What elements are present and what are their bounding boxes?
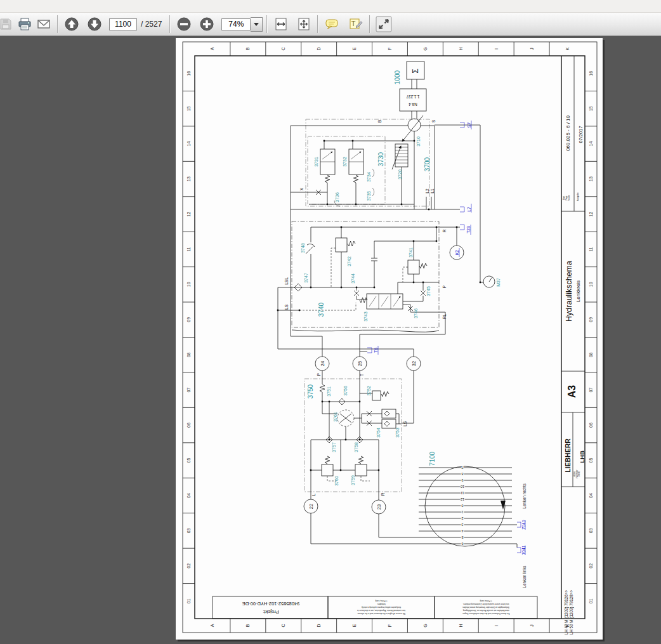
ref-7041[interactable]: 7041 [521, 545, 526, 555]
fit-page-button[interactable] [294, 15, 313, 34]
junction-dot [359, 401, 361, 403]
junction-dot [401, 204, 403, 206]
zoom-out-button[interactable] [174, 15, 193, 34]
ref-t23[interactable]: T23 [466, 226, 471, 233]
label-3753: 3753 [395, 428, 400, 438]
issue-date: 07/2017 [578, 126, 584, 143]
ruler-number: 08 [589, 352, 593, 357]
title-block: 060.025 - 6 / 10 07/2017 Blatt Page Feui… [561, 56, 586, 634]
ruler-letter: H [459, 624, 463, 627]
comment-button[interactable] [322, 15, 341, 34]
ruler-letter: C [281, 624, 285, 627]
copyright-en-line: We reserve all rights in this document a… [357, 612, 405, 615]
ruler-number: 03 [589, 528, 593, 533]
junction-dot [310, 287, 312, 289]
junction-dot [355, 204, 357, 206]
ruler-number: 01 [589, 598, 593, 603]
label-3758: 3758 [354, 442, 358, 452]
print-button[interactable] [15, 15, 34, 34]
label-3732: 3732 [343, 157, 347, 167]
ruler-number: 14 [589, 141, 593, 147]
ruler-letter: F [388, 624, 392, 627]
ref-t6[interactable]: T6 [374, 348, 378, 353]
wire-number: 8 [461, 472, 463, 476]
ruler-letter: A [210, 624, 214, 627]
copyright-de-line: © Firma, Lang [480, 600, 492, 602]
ruler-letter: J [530, 48, 534, 50]
junction-dot [480, 282, 481, 284]
port-pl: PL [442, 314, 447, 319]
ruler-letter: C [281, 47, 285, 50]
copyright-de-line: Bekanntgabe an Dritte oder Verwertung se… [462, 606, 509, 608]
wire-number: 7 [461, 466, 463, 470]
paper-format: A3 [566, 385, 577, 398]
junction-dot [322, 401, 324, 403]
wire-number: 6 [461, 542, 463, 546]
toolbar: / 2527 T [0, 13, 661, 36]
zoom-level-combo [221, 17, 263, 32]
zoom-out-icon [176, 16, 192, 32]
email-button[interactable] [34, 15, 53, 34]
page-number-input[interactable] [109, 18, 137, 30]
label-3731: 3731 [314, 157, 318, 167]
copyright-de-line: stand behalten wir uns alle Rechte vor. … [462, 609, 509, 612]
label-3754: 3754 [376, 428, 381, 438]
label-3736: 3736 [335, 192, 339, 202]
connector-22: 22 [308, 504, 314, 509]
label-3710: 3710 [416, 136, 421, 147]
port-l1: L1 [430, 188, 435, 194]
junction-dot [378, 470, 380, 471]
factory-label-fr: USINE [578, 471, 580, 477]
issue-label: Ausgabe [577, 192, 579, 200]
zoom-level-input[interactable] [221, 18, 251, 30]
label-3759: 3759 [351, 475, 355, 485]
ruler-letter: K [565, 47, 570, 50]
toolbar-separator [57, 15, 58, 33]
ref-k2[interactable]: K2 [455, 250, 459, 256]
zoom-dropdown-button[interactable] [251, 17, 263, 32]
device-code: 1.1.237 [406, 95, 420, 99]
ruler-number: 04 [187, 493, 191, 498]
ruler-letter: D [317, 47, 321, 50]
wire-number: 1 [461, 510, 463, 514]
ruler-number: 12 [187, 211, 191, 216]
ruler-number: 02 [589, 563, 593, 568]
ruler-letter: E [352, 47, 357, 50]
toolbar-separator [369, 15, 370, 33]
ruler-number: 02 [187, 563, 191, 568]
ref-s7[interactable]: S7 [467, 122, 471, 128]
port-lsl: LSL [284, 277, 289, 285]
label-3730: 3730 [377, 152, 384, 166]
zoom-in-button[interactable] [197, 15, 216, 34]
ref-7040[interactable]: 7040 [521, 520, 526, 529]
fit-width-icon [273, 16, 289, 32]
ruler-number: 04 [589, 493, 593, 498]
port-ls2: LS [403, 421, 407, 426]
junction-dot [413, 282, 415, 284]
ruler-number: 11 [589, 247, 593, 251]
document-area[interactable]: AABBCCDDEEFFGGHHIIJJKK161615151414131312… [0, 36, 661, 644]
text-annotation-button[interactable]: T [346, 15, 365, 34]
ruler-number: 13 [187, 176, 191, 181]
svg-text:T: T [351, 20, 356, 27]
ruler-number: 07 [187, 388, 191, 393]
sheet-number: 060.025 - 6 / 10 [565, 115, 571, 151]
previous-page-button[interactable] [62, 15, 81, 34]
ruler-letter: H [459, 47, 463, 50]
junction-dot [341, 287, 343, 289]
label-3744: 3744 [351, 273, 355, 284]
fullscreen-button[interactable] [374, 15, 393, 34]
ruler-number: 03 [187, 528, 191, 533]
wire-number: 9 [461, 478, 463, 482]
save-button[interactable] [0, 15, 15, 34]
copyright-de-line: sind ohne unsere ausdrückliche Zustimmun… [462, 603, 509, 605]
copyright-en-line: third parties without express authority … [361, 606, 401, 608]
ruler-number: 16 [589, 71, 593, 76]
label-3746: 3746 [414, 308, 418, 319]
ref-l7[interactable]: L7 [467, 207, 471, 212]
ruler-number: 10 [589, 282, 593, 287]
ruler-number: 11 [187, 247, 191, 251]
label-3760: 3760 [334, 476, 339, 486]
next-page-button[interactable] [85, 15, 104, 34]
fit-width-button[interactable] [272, 15, 291, 34]
